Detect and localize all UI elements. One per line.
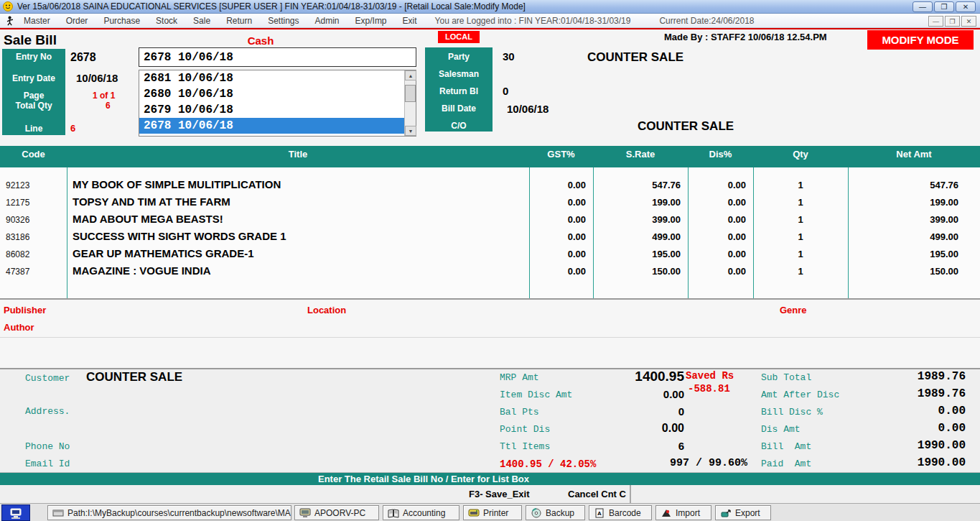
bill-list-item[interactable]: 2679 10/06/18 <box>139 102 404 118</box>
address-label: Address. <box>25 406 70 417</box>
entry-no-label: Entry No <box>2 52 65 62</box>
save-exit-button[interactable]: F3- Save_Exit <box>463 487 536 502</box>
bill-disc-value: 0.00 <box>847 405 966 418</box>
menu-exit[interactable]: Exit <box>395 14 425 27</box>
sub-total-value: 1989.76 <box>847 370 966 383</box>
taskbar-item-apoorv-pc[interactable]: APOORV-PC <box>294 505 379 520</box>
minimize-button[interactable]: — <box>913 1 933 12</box>
taskbar-item-export[interactable]: Export <box>715 505 771 520</box>
menu-order[interactable]: Order <box>58 14 96 27</box>
taskbar-item-path[interactable]: Path:I:\MyBackup\courses\currentbackup\n… <box>47 505 291 520</box>
amt-after-disc-label: Amt After Disc <box>761 389 839 400</box>
export-icon <box>720 508 732 518</box>
paid-amt-label: Paid Amt <box>761 458 811 469</box>
party-name-value: COUNTER SALE <box>587 50 683 65</box>
logged-in-text: You are Logged into : FIN YEAR:01/04/18-… <box>435 16 631 26</box>
menu-return[interactable]: Return <box>218 14 260 27</box>
sub-total-label: Sub Total <box>761 372 811 383</box>
item-disc-label: Item Disc Amt <box>500 389 572 400</box>
mdi-close-button[interactable]: ✕ <box>961 16 976 27</box>
dis-amt-value: 0.00 <box>847 422 966 435</box>
page-value: 1 of 1 <box>93 91 115 101</box>
bill-disc-label: Bill Disc % <box>761 407 823 418</box>
return-bl-label: Return Bl <box>425 86 493 96</box>
bill-list-box[interactable]: 2681 10/06/18 2680 10/06/18 2679 10/06/1… <box>139 70 416 137</box>
line-label: Line <box>2 124 65 134</box>
menu-sale[interactable]: Sale <box>185 14 218 27</box>
printer-icon <box>468 508 480 518</box>
salesman-label: Salesman <box>425 69 493 79</box>
line-value: 6 <box>70 123 75 134</box>
divider <box>630 485 631 503</box>
bill-date-value: 10/06/18 <box>507 103 549 115</box>
svg-text:A: A <box>597 510 602 517</box>
author-label: Author <box>4 322 34 333</box>
scroll-down-icon[interactable]: ▼ <box>405 126 416 136</box>
taskbar-item-backup[interactable]: Backup <box>526 505 585 520</box>
import-icon <box>661 508 672 518</box>
bill-list-item[interactable]: 2681 10/06/18 <box>139 70 404 86</box>
start-icon <box>8 507 24 520</box>
items-table-body: 92123 MY BOOK OF SIMPLE MULITIPLICATION … <box>0 167 980 298</box>
mdi-minimize-button[interactable]: — <box>928 16 943 27</box>
start-button[interactable] <box>1 504 30 521</box>
taskbar: Path:I:\MyBackup\courses\currentbackup\n… <box>0 503 980 521</box>
total-qty-label: Total Qty <box>2 101 65 111</box>
party-label: Party <box>425 52 493 62</box>
entry-labels-panel: Entry No Entry Date Page Total Qty Line <box>2 49 65 135</box>
scroll-thumb[interactable] <box>405 85 416 102</box>
col-code: Code <box>0 146 67 167</box>
table-row[interactable]: 86082 GEAR UP MATHEMATICS GRADE-1 0.00 1… <box>0 245 980 262</box>
window-title: Ver 15a/06/2018 SAINA EDUCATIONAL SERVIC… <box>17 1 526 11</box>
point-dis-value: 0.00 <box>574 422 684 435</box>
bill-list-item[interactable]: 2680 10/06/18 <box>139 86 404 102</box>
action-row: F3- Save_Exit Cancel Cnt C <box>0 485 980 503</box>
book-icon <box>388 508 399 518</box>
document-a-icon: A <box>594 508 605 518</box>
ttl-items-label: Ttl Items <box>500 441 550 452</box>
bill-list-scrollbar[interactable]: ▲ ▼ <box>404 70 416 136</box>
bal-pts-label: Bal Pts <box>500 407 539 418</box>
taskbar-item-barcode[interactable]: A Barcode <box>589 505 652 520</box>
bill-no-input[interactable] <box>139 47 416 67</box>
mdi-restore-button[interactable]: ❐ <box>945 16 960 27</box>
taskbar-item-accounting[interactable]: Accounting <box>383 505 459 520</box>
mrp-amt-label: MRP Amt <box>500 372 539 383</box>
points-ratio-value: 997 / 99.60% <box>610 457 747 469</box>
cancel-button[interactable]: Cancel Cnt C <box>562 487 632 502</box>
taskbar-item-printer[interactable]: Printer <box>463 505 522 520</box>
genre-label: Genre <box>780 305 807 315</box>
customer-label: Customer <box>25 373 70 384</box>
publisher-label: Publisher <box>4 305 46 315</box>
point-dis-label: Point Dis <box>500 424 550 435</box>
bill-list-item-selected[interactable]: 2678 10/06/18 <box>139 118 404 134</box>
scroll-up-icon[interactable]: ▲ <box>405 70 416 80</box>
col-srate: S.Rate <box>593 146 688 167</box>
close-button[interactable]: ✕ <box>956 1 976 12</box>
made-by-text: Made By : STAFF2 10/06/18 12.54.PM <box>664 32 827 42</box>
table-row[interactable]: 90326 MAD ABOUT MEGA BEASTS! 0.00 399.00… <box>0 211 980 228</box>
saved-rs-value: -588.81 <box>688 383 730 395</box>
bill-amt-value: 1990.00 <box>847 439 966 452</box>
taskbar-item-import[interactable]: Import <box>655 505 711 520</box>
payment-mode-label: Cash <box>139 34 383 47</box>
table-row[interactable]: 12175 TOPSY AND TIM AT THE FARM 0.00 199… <box>0 193 980 211</box>
menu-stock[interactable]: Stock <box>148 14 185 27</box>
divider <box>0 337 980 338</box>
col-title: Title <box>67 146 529 167</box>
menu-admin[interactable]: Admin <box>307 14 347 27</box>
table-row[interactable]: 47387 MAGAZINE : VOGUE INDIA 0.00 150.00… <box>0 262 980 280</box>
table-row[interactable]: 83186 SUCCESS WITH SIGHT WORDS GRADE 1 0… <box>0 228 980 245</box>
mdi-window-buttons: — ❐ ✕ <box>928 16 976 27</box>
status-message: Enter The Retail Sale Bill No / Enter fo… <box>318 474 529 484</box>
menu-purchase[interactable]: Purchase <box>95 14 148 27</box>
col-gst: GST% <box>529 146 593 167</box>
menu-master[interactable]: Master <box>16 14 58 27</box>
mrp-amt-value: 1400.95 <box>574 369 684 384</box>
bal-pts-value: 0 <box>574 405 684 418</box>
menu-expimp[interactable]: Exp/Imp <box>347 14 395 27</box>
table-row[interactable]: 92123 MY BOOK OF SIMPLE MULITIPLICATION … <box>0 176 980 193</box>
restore-button[interactable]: ❐ <box>934 1 954 12</box>
menu-settings[interactable]: Settings <box>260 14 307 27</box>
modify-mode-badge: MODIFY MODE <box>867 30 974 50</box>
